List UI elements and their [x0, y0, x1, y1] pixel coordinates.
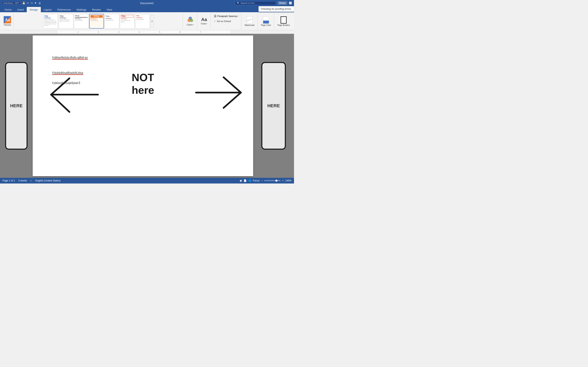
left-side-graphic: HERE	[0, 34, 33, 178]
fonts-dropdown-arrow: ▾	[207, 23, 207, 25]
tab-mailings[interactable]: Mailings	[74, 7, 89, 12]
document-text-2[interactable]: FdsikjjdklsajfkladsfkJdsa	[52, 71, 83, 75]
fonts-label: Fonts	[201, 23, 206, 25]
style-thumb-minimal[interactable]: Title Heading 1 On the Insert tab...	[104, 14, 119, 29]
style-thumb-blue-red[interactable]: Title Heading 1 On the Insert tab...	[135, 14, 150, 29]
proofing-popup: Checking for proofing errors.	[259, 6, 294, 12]
ribbon: Aa Themes Title Heading 1 On the Insert …	[0, 12, 294, 30]
zoom-level[interactable]: 145%	[285, 179, 292, 182]
tab-insert[interactable]: Insert	[15, 7, 27, 12]
page-borders-icon	[280, 16, 287, 24]
style-thumb-shadow[interactable]: Title Heading 1 On the Insert tab, the g…	[59, 14, 73, 29]
tab-design[interactable]: Design	[27, 7, 41, 12]
style-thumb-default[interactable]: Title Heading 1 On the Insert tab, the g…	[43, 14, 58, 29]
ribbon-group-watermark: DRAFT Watermark	[242, 13, 258, 29]
not-here-line2: here	[117, 84, 168, 96]
search-icon: 🔍	[237, 2, 240, 4]
ribbon-group-page-color: Page Color	[258, 13, 274, 29]
not-here-text: NOT here	[117, 71, 168, 97]
page-info: Page 1 of 1	[2, 179, 15, 182]
page-borders-button[interactable]: Page Borders	[276, 15, 291, 27]
title-bar: AutoSave OFF 💾 ↩ ↪ ▼ 🖨 Document1 🔍 Searc…	[0, 0, 294, 6]
read-mode-icon[interactable]: ▣	[240, 179, 242, 182]
proofing-status-icon[interactable]: ✓	[30, 179, 32, 182]
watermark-label: Watermark	[245, 24, 255, 26]
title-bar-left: AutoSave OFF 💾 ↩ ↪ ▼ 🖨	[2, 1, 99, 5]
ribbon-group-fonts: Aa Fonts ▾	[198, 13, 211, 29]
document-page[interactable]: Fjdklasfjkdsla;jfkdls;ajfkld;as Fdsikjjd…	[33, 35, 253, 176]
document-text-3[interactable]: Fjdklasjfkldsajklfjdakl	[52, 81, 81, 85]
themes-icon: Aa	[4, 16, 11, 24]
document-text-1[interactable]: Fjdklasfjkdsla;jfkdls;ajfkld;as	[52, 56, 88, 59]
gallery-more-button[interactable]: ▼	[150, 15, 154, 27]
proofing-message: Checking for proofing errors.	[261, 8, 292, 10]
left-tablet: HERE	[5, 62, 27, 150]
zoom-in-icon[interactable]: +	[282, 179, 284, 182]
paragraph-spacing-button[interactable]: ☰ Paragraph Spacing ▾	[213, 14, 240, 18]
right-side-graphic: HERE	[253, 34, 294, 178]
right-arrow-drawing	[192, 68, 249, 117]
autosave-badge[interactable]: AutoSave OFF	[2, 1, 21, 5]
tab-home[interactable]: Home	[2, 7, 15, 12]
autosave-label: AutoSave	[3, 2, 13, 4]
tab-layout[interactable]: Layout	[41, 7, 54, 12]
ribbon-group-paragraph: ☰ Paragraph Spacing ▾ ✓ Set as Default	[211, 13, 241, 29]
zoom-slider[interactable]	[264, 180, 281, 181]
ribbon-group-colors: Colors ▾	[183, 13, 197, 29]
page-borders-content: Page Borders	[276, 14, 291, 28]
themes-label: Themes	[4, 24, 11, 26]
tab-references[interactable]: References	[54, 7, 74, 12]
themes-button[interactable]: Aa Themes	[3, 15, 12, 27]
right-tablet: HERE	[261, 62, 286, 150]
page-color-button[interactable]: Page Color	[260, 15, 272, 27]
share-button[interactable]: Share	[277, 1, 287, 5]
ribbon-group-styles: Title Heading 1 On the Insert tab, the g…	[14, 13, 183, 29]
set-as-default-button[interactable]: ✓ Set as Default	[213, 19, 232, 23]
ribbon-tabs: Home Insert Design Layout References Mai…	[0, 6, 294, 12]
svg-line-16	[51, 95, 69, 112]
svg-text:7: 7	[200, 31, 201, 33]
zoom-out-icon[interactable]: −	[261, 179, 263, 182]
cursor	[79, 81, 81, 84]
page-color-icon	[262, 16, 270, 24]
fonts-content: Aa Fonts ▾	[199, 14, 209, 28]
left-tablet-text: HERE	[10, 103, 22, 108]
search-bar[interactable]: 🔍 Search in Doc...	[235, 1, 276, 5]
document-text-3-content: Fjdklasjfkldsajklfjdakl	[52, 81, 79, 85]
colors-icon	[187, 16, 194, 23]
fonts-button[interactable]: Aa Fonts ▾	[199, 16, 209, 26]
redo-icon[interactable]: ↪	[31, 2, 33, 4]
watermark-button[interactable]: DRAFT Watermark	[243, 15, 256, 27]
svg-text:3: 3	[118, 31, 120, 33]
print-icon[interactable]: 🖨	[38, 2, 41, 4]
watermark-content: DRAFT Watermark	[243, 14, 256, 28]
tab-review[interactable]: Review	[89, 7, 104, 12]
style-thumb-red[interactable]: Title Heading 1 On the Insert tab, the g…	[120, 14, 135, 29]
svg-line-18	[224, 77, 241, 92]
colors-button[interactable]: Colors ▾	[185, 15, 195, 27]
style-thumb-orange[interactable]: TITLE Heading 1 On the Insert tab...	[89, 14, 104, 29]
word-count: 3 words	[18, 179, 27, 182]
ribbon-group-page-borders: Page Borders	[275, 13, 293, 29]
print-layout-icon[interactable]: 📄	[243, 179, 247, 182]
tab-view[interactable]: View	[104, 7, 115, 12]
svg-text:5: 5	[159, 31, 160, 33]
ribbon-group-themes: Aa Themes	[1, 13, 14, 29]
search-placeholder: Search in Doc...	[241, 2, 256, 4]
page-color-content: Page Color	[260, 14, 272, 28]
customize-icon[interactable]: ▼	[34, 2, 37, 4]
page-color-label: Page Color	[261, 24, 271, 26]
right-tablet-text: HERE	[267, 103, 280, 108]
web-layout-icon[interactable]: 🌐	[248, 179, 251, 182]
svg-line-15	[51, 78, 69, 95]
check-icon: ✓	[214, 20, 216, 23]
autosave-toggle[interactable]: OFF	[15, 2, 19, 4]
undo-icon[interactable]: ↩	[27, 2, 29, 4]
focus-button[interactable]: Focus	[253, 179, 260, 182]
style-thumb-lines[interactable]: TITLE Heading 2 On the Insert tab...	[74, 14, 89, 29]
save-icon[interactable]: 💾	[22, 2, 25, 4]
language[interactable]: English (United States)	[35, 179, 61, 182]
paragraph-content: ☰ Paragraph Spacing ▾ ✓ Set as Default	[213, 14, 240, 28]
colors-dropdown-arrow: ▾	[193, 24, 194, 26]
svg-text:6: 6	[180, 31, 181, 33]
